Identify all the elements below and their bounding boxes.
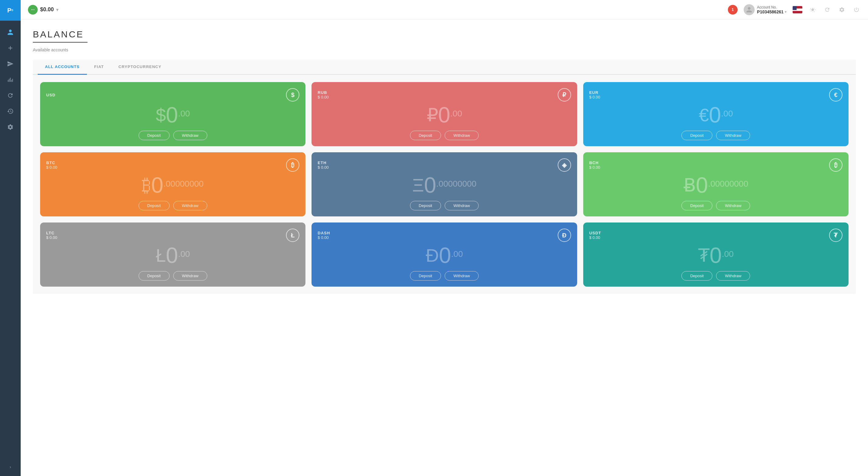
card-actions-dash: Deposit Withdraw (318, 271, 571, 280)
card-decimal-usdt: .00 (722, 244, 734, 259)
withdraw-button-eur[interactable]: Withdraw (716, 131, 750, 140)
card-currency-name-eth: ETH (318, 160, 329, 165)
withdraw-button-rub[interactable]: Withdraw (445, 131, 479, 140)
sidebar-item-add[interactable] (4, 41, 17, 55)
deposit-button-rub[interactable]: Deposit (410, 131, 441, 140)
deposit-button-ltc[interactable]: Deposit (138, 271, 169, 280)
withdraw-button-eth[interactable]: Withdraw (445, 201, 479, 210)
withdraw-button-btc[interactable]: Withdraw (173, 201, 207, 210)
deposit-button-usdt[interactable]: Deposit (681, 271, 712, 280)
card-whole-ltc: 0 (166, 244, 178, 266)
card-icon-eth: ◈ (558, 158, 571, 172)
tab-all-accounts[interactable]: ALL ACCOUNTS (38, 60, 87, 75)
card-icon-usd: $ (286, 88, 299, 101)
card-usd-value-eth: $ 0.00 (318, 165, 329, 170)
card-symbol-rub: ₽ (427, 104, 438, 125)
card-symbol-bch: Ƀ (684, 175, 696, 196)
card-header-rub: RUB $ 0.00 ₽ (318, 88, 571, 101)
withdraw-button-ltc[interactable]: Withdraw (173, 271, 207, 280)
card-icon-rub: ₽ (558, 88, 571, 101)
sidebar-expand-button[interactable]: › (6, 463, 14, 471)
card-header-eur: EUR $ 0.00 € (589, 88, 842, 101)
card-header-btc: BTC $ 0.00 ₿ (46, 158, 299, 172)
account-id: P1034586261 (757, 9, 783, 14)
card-usdt: USDT $ 0.00 ₮ ₮ 0 .00 Deposit Withdraw (583, 222, 848, 287)
main-area: ··· $0.00 ▾ 1 Account No. P1034586261 ▾ (21, 0, 868, 476)
card-btc: BTC $ 0.00 ₿ ₿ 0 .00000000 Deposit Withd… (40, 152, 305, 216)
balance-dot-icon: ··· (28, 5, 38, 14)
refresh-icon (7, 92, 14, 99)
logo-reg: ® (11, 9, 13, 12)
profile-icon (7, 29, 14, 35)
brightness-icon[interactable] (808, 5, 817, 14)
deposit-button-dash[interactable]: Deposit (410, 271, 441, 280)
sidebar-item-history[interactable] (4, 105, 17, 118)
deposit-button-bch[interactable]: Deposit (681, 201, 712, 210)
card-actions-bch: Deposit Withdraw (589, 201, 842, 210)
withdraw-button-dash[interactable]: Withdraw (445, 271, 479, 280)
deposit-button-btc[interactable]: Deposit (138, 201, 169, 210)
sidebar-item-profile[interactable] (4, 26, 17, 39)
history-icon (7, 108, 14, 115)
card-icon-bch: ₿ (829, 158, 842, 172)
card-rub: RUB $ 0.00 ₽ ₽ 0 .00 Deposit Withdraw (312, 82, 577, 146)
card-decimal-bch: .00000000 (708, 174, 748, 189)
topbar-right: 1 Account No. P1034586261 ▾ (728, 4, 861, 15)
card-whole-eth: 0 (424, 174, 436, 196)
power-icon[interactable] (852, 5, 861, 14)
card-symbol-usd: $ (156, 105, 166, 125)
cards-grid: USD $ $ 0 .00 Deposit Withdraw RUB $ 0.0… (40, 82, 848, 287)
card-decimal-rub: .00 (451, 104, 462, 119)
app-logo[interactable]: P ® (0, 0, 21, 21)
card-symbol-ltc: Ł (156, 245, 166, 266)
deposit-button-eur[interactable]: Deposit (681, 131, 712, 140)
card-actions-eth: Deposit Withdraw (318, 201, 571, 210)
card-actions-usdt: Deposit Withdraw (589, 271, 842, 280)
card-icon-usdt: ₮ (829, 229, 842, 242)
sidebar-item-settings[interactable] (4, 120, 17, 134)
card-currency-name-bch: BCH (589, 160, 600, 165)
account-chevron-icon: ▾ (785, 10, 786, 14)
card-symbol-btc: ₿ (142, 175, 151, 196)
card-decimal-dash: .00 (451, 244, 463, 259)
card-usd-value-eur: $ 0.00 (589, 95, 600, 99)
balance-button[interactable]: ··· $0.00 ▾ (28, 5, 58, 14)
withdraw-button-bch[interactable]: Withdraw (716, 201, 750, 210)
card-ltc: LTC $ 0.00 Ł Ł 0 .00 Deposit Withdraw (40, 222, 305, 287)
notification-button[interactable]: 1 (728, 5, 738, 14)
sidebar-item-send[interactable] (4, 57, 17, 70)
deposit-button-usd[interactable]: Deposit (138, 131, 169, 140)
page-subtitle: Available accounts (33, 48, 856, 52)
card-currency-name-btc: BTC (46, 160, 57, 165)
card-symbol-eur: € (699, 105, 709, 125)
settings-top-icon[interactable] (838, 5, 846, 14)
tab-fiat[interactable]: FIAT (87, 60, 111, 75)
language-flag-icon[interactable] (793, 6, 802, 13)
card-decimal-eth: .00000000 (436, 174, 476, 189)
page-title-underline (33, 42, 88, 42)
sidebar-item-analytics[interactable] (4, 73, 17, 86)
card-decimal-eur: .00 (721, 104, 733, 119)
refresh-top-icon[interactable] (823, 5, 832, 14)
account-label: Account No. (757, 5, 786, 9)
settings-icon (7, 124, 14, 130)
card-whole-usd: 0 (166, 104, 178, 126)
tabs-container: ALL ACCOUNTS FIAT CRYPTOCURRENCY (33, 60, 856, 75)
card-actions-ltc: Deposit Withdraw (46, 271, 299, 280)
withdraw-button-usdt[interactable]: Withdraw (716, 271, 750, 280)
card-decimal-ltc: .00 (178, 244, 190, 259)
withdraw-button-usd[interactable]: Withdraw (173, 131, 207, 140)
sidebar: P ® › (0, 0, 21, 476)
card-header-ltc: LTC $ 0.00 Ł (46, 229, 299, 242)
topbar: ··· $0.00 ▾ 1 Account No. P1034586261 ▾ (21, 0, 868, 20)
deposit-button-eth[interactable]: Deposit (410, 201, 441, 210)
account-info[interactable]: Account No. P1034586261 ▾ (744, 4, 786, 15)
sidebar-nav (4, 21, 17, 458)
card-whole-bch: 0 (696, 174, 708, 196)
card-amount-eth: Ξ 0 .00000000 (318, 174, 571, 196)
add-icon (7, 45, 14, 51)
tab-cryptocurrency[interactable]: CRYPTOCURRENCY (111, 60, 169, 75)
sidebar-item-refresh[interactable] (4, 89, 17, 102)
card-whole-rub: 0 (438, 104, 451, 126)
card-currency-name-rub: RUB (318, 90, 329, 95)
